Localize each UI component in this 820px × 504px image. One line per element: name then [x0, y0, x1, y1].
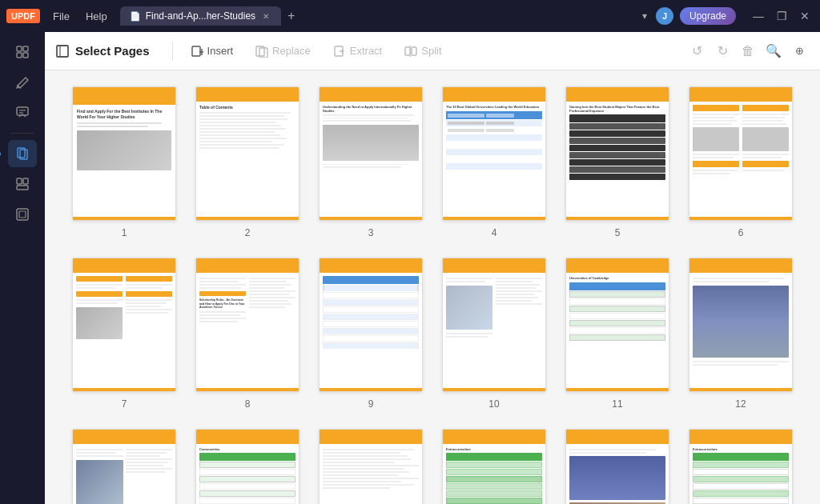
sidebar-btn-organize[interactable] — [8, 170, 37, 198]
page-thumb-9[interactable] — [319, 258, 423, 392]
page-thumb-5[interactable]: Gaining Into the Best Student Majors Tha… — [565, 86, 669, 221]
sidebar-btn-view[interactable] — [8, 38, 37, 66]
close-btn[interactable]: ✕ — [796, 8, 814, 24]
split-label: Split — [421, 45, 441, 57]
tab-close-btn[interactable]: ✕ — [260, 11, 271, 22]
user-avatar[interactable]: J — [656, 7, 673, 25]
page-item-9[interactable]: 9 — [316, 258, 426, 410]
svg-rect-22 — [405, 47, 410, 55]
rotate-right-btn[interactable]: ↻ — [711, 40, 734, 62]
page-item-13[interactable]: 13 — [69, 429, 179, 504]
page-thumb-14[interactable]: Communities — [195, 429, 299, 504]
content-area: Select Pages Insert Replace — [45, 32, 820, 504]
page-thumb-17[interactable] — [565, 429, 669, 504]
page-thumb-16[interactable]: Extracurriculars — [442, 429, 546, 504]
split-icon — [404, 45, 417, 58]
page-thumb-8[interactable]: Scholarship Rules - An Overview and How … — [195, 258, 299, 392]
page-num-8: 8 — [245, 398, 251, 410]
page-thumb-1[interactable]: Find and Apply For the Best Institutes I… — [72, 86, 176, 221]
title-bar-right: ▾ J Upgrade — ❒ ✕ — [640, 7, 814, 25]
sidebar-btn-comment[interactable] — [8, 99, 37, 126]
page-item-12[interactable]: 12 — [685, 258, 796, 410]
page-item-15[interactable]: 15 — [316, 429, 426, 504]
page-num-10: 10 — [488, 398, 499, 410]
document-tab[interactable]: 📄 Find-and-Ap...her-Studies ✕ — [120, 6, 281, 26]
zoom-out-btn[interactable]: 🔍 — [762, 40, 785, 62]
sidebar-btn-pages[interactable] — [8, 140, 37, 167]
sidebar-pages-wrap — [8, 140, 37, 167]
page-num-12: 12 — [735, 398, 746, 410]
sidebar-btn-stamp[interactable] — [8, 201, 37, 228]
page-thumb-18[interactable]: Extracurriculars — [689, 429, 793, 504]
page-item-8[interactable]: Scholarship Rules - An Overview and How … — [192, 258, 303, 410]
page-thumb-6[interactable] — [689, 86, 793, 221]
page-item-3[interactable]: Understanding the Need to Apply Internat… — [316, 86, 426, 238]
updf-logo[interactable]: UPDF — [6, 9, 40, 23]
delete-btn[interactable]: 🗑 — [737, 40, 759, 62]
replace-btn[interactable]: Replace — [247, 41, 319, 62]
menu-file[interactable]: File — [46, 7, 76, 26]
page-thumb-10[interactable] — [442, 258, 546, 392]
page-num-11: 11 — [612, 398, 622, 410]
page-num-7: 7 — [122, 398, 127, 410]
add-tab-btn[interactable]: + — [281, 7, 301, 25]
title-bar: UPDF File Help 📄 Find-and-Ap...her-Studi… — [0, 0, 820, 32]
page-item-16[interactable]: Extracurriculars 16 — [439, 429, 549, 504]
window-controls: — ❒ ✕ — [749, 8, 814, 24]
svg-rect-12 — [17, 209, 28, 220]
page-thumb-13[interactable] — [72, 429, 176, 504]
sidebar-btn-edit[interactable] — [8, 69, 37, 96]
page-num-2: 2 — [245, 227, 251, 238]
zoom-in-btn[interactable]: ⊕ — [788, 40, 810, 62]
tabs-dropdown-btn[interactable]: ▾ — [640, 8, 649, 24]
svg-rect-10 — [23, 178, 28, 184]
page-thumb-4[interactable]: The 10 Best Global Universities Leading … — [442, 86, 546, 221]
minimize-btn[interactable]: — — [749, 8, 768, 24]
svg-rect-13 — [19, 211, 26, 218]
tab-bar: 📄 Find-and-Ap...her-Studies ✕ + — [120, 6, 637, 26]
page-thumb-12[interactable] — [689, 258, 793, 392]
page-thumb-11[interactable]: Universities of Cambridge — [565, 258, 669, 392]
page-item-17[interactable]: 17 — [562, 429, 673, 504]
insert-btn[interactable]: Insert — [183, 41, 242, 62]
pages-grid: Find and Apply For the Best Institutes I… — [69, 86, 796, 504]
page-item-6[interactable]: 6 — [685, 86, 796, 238]
page-thumb-2[interactable]: Table of Contents — [195, 86, 299, 221]
svg-rect-23 — [412, 47, 416, 55]
menu-help[interactable]: Help — [79, 7, 114, 26]
page-thumb-15[interactable] — [319, 429, 423, 504]
extract-btn[interactable]: Extract — [325, 41, 390, 62]
svg-rect-2 — [17, 53, 22, 58]
toolbar: Select Pages Insert Replace — [45, 32, 820, 70]
page-item-2[interactable]: Table of Contents — [192, 86, 303, 238]
upgrade-label: Upgrade — [689, 10, 726, 22]
page-num-1: 1 — [122, 227, 127, 238]
page-item-18[interactable]: Extracurriculars 18 — [685, 429, 796, 504]
pages-grid-container[interactable]: Find and Apply For the Best Institutes I… — [45, 70, 820, 504]
tab-label: Find-and-Ap...her-Studies — [146, 10, 255, 22]
insert-label: Insert — [207, 45, 234, 57]
page-thumb-7[interactable] — [72, 258, 176, 392]
toolbar-right: ↺ ↻ 🗑 🔍 ⊕ — [685, 40, 810, 62]
page-thumb-3[interactable]: Understanding the Need to Apply Internat… — [319, 86, 423, 221]
maximize-btn[interactable]: ❒ — [773, 8, 791, 24]
page-item-7[interactable]: 7 — [69, 258, 179, 410]
svg-rect-14 — [57, 46, 68, 57]
svg-rect-16 — [192, 46, 200, 56]
svg-rect-11 — [17, 186, 28, 190]
svg-rect-9 — [17, 178, 22, 184]
insert-icon — [191, 45, 203, 58]
page-item-14[interactable]: Communities 14 — [192, 429, 303, 504]
page-item-10[interactable]: 10 — [439, 258, 549, 410]
page-item-1[interactable]: Find and Apply For the Best Institutes I… — [69, 86, 179, 238]
page-item-11[interactable]: Universities of Cambridge 11 — [562, 258, 673, 410]
rotate-left-btn[interactable]: ↺ — [685, 40, 708, 62]
split-btn[interactable]: Split — [396, 41, 449, 62]
page-num-4: 4 — [492, 227, 497, 238]
upgrade-button[interactable]: Upgrade — [680, 7, 736, 25]
svg-rect-1 — [23, 46, 28, 51]
page-item-5[interactable]: Gaining Into the Best Student Majors Tha… — [562, 86, 673, 238]
extract-label: Extract — [350, 45, 382, 57]
page-item-4[interactable]: The 10 Best Global Universities Leading … — [439, 86, 549, 238]
select-pages-icon — [54, 43, 70, 59]
